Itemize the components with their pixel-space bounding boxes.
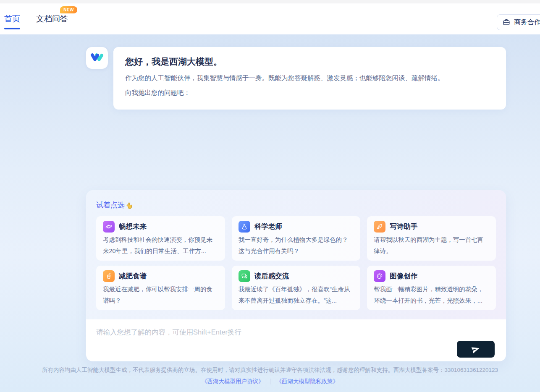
card-title: 减肥食谱 [119, 272, 147, 281]
tab-document-qa-label: 文档问答 [36, 14, 68, 23]
footer-links: 《西湖大模型用户协议》 《西湖大模型隐私政策》 [0, 378, 540, 385]
suggestion-card-image-creation[interactable]: 图像创作 帮我画一幅精彩图片，精致透明的花朵，环绕一本打开的书，光芒，光照效果，… [367, 266, 496, 310]
business-cooperation-button[interactable]: 商务合作 [497, 14, 540, 30]
card-desc: 请帮我以秋天的西湖为主题，写一首七言律诗。 [374, 234, 489, 257]
disclaimer-text: 所有内容均由人工智能大模型生成，不代表服务提供商的立场。在使用时，请对真实性进行… [0, 366, 540, 374]
composer [86, 319, 506, 361]
card-title: 畅想未来 [119, 222, 147, 231]
drink-cup-icon [103, 270, 115, 282]
tab-home-label: 首页 [4, 14, 20, 23]
suggestion-card-science-teacher[interactable]: 科学老师 我一直好奇，为什么植物大多是绿色的？这与光合作用有关吗？ [232, 216, 361, 261]
business-cooperation-label: 商务合作 [514, 18, 540, 27]
suggestion-grid: 畅想未来 考虑到科技和社会的快速演变，你预见未来20年里，我们的日常生活、工作方… [96, 216, 496, 310]
suggestions-heading: 试着点选 [96, 200, 496, 210]
suggestion-card-poetry[interactable]: 写诗助手 请帮我以秋天的西湖为主题，写一首七言律诗。 [367, 216, 496, 261]
message-input[interactable] [86, 319, 506, 343]
suggestion-card-book-review[interactable]: 读后感交流 我最近读了《百年孤独》，很喜欢“生命从来不曾离开过孤独而独立存在。”… [232, 266, 361, 310]
point-down-icon [126, 202, 133, 209]
card-title: 写诗助手 [390, 222, 417, 231]
card-head: 科学老师 [239, 221, 354, 233]
tab-home[interactable]: 首页 [4, 13, 20, 24]
suggestion-card-future[interactable]: 畅想未来 考虑到科技和社会的快速演变，你预见未来20年里，我们的日常生活、工作方… [96, 216, 225, 261]
header: 首页 文档问答 NEW 商务合作 [0, 3, 540, 34]
card-head: 写诗助手 [374, 221, 489, 233]
card-head: 畅想未来 [103, 221, 218, 233]
briefcase-icon [503, 18, 510, 26]
nav-tabs: 首页 文档问答 NEW [4, 13, 68, 24]
suggestions-area: 试着点选 [86, 190, 506, 319]
card-desc: 我最近在减肥，你可以帮我安排一周的食谱吗？ [103, 284, 218, 306]
links-separator [270, 379, 270, 384]
westlake-logo [86, 47, 108, 69]
top-strip [0, 0, 540, 3]
chat-bubbles-icon [239, 270, 250, 282]
palette-icon [374, 270, 385, 282]
card-title: 图像创作 [390, 272, 417, 281]
welcome-paragraph-1: 作为您的人工智能伙伴，我集智慧与情感于一身。既能为您答疑解惑、激发灵感；也能够陪… [125, 71, 494, 85]
card-title: 科学老师 [254, 222, 282, 231]
card-desc: 考虑到科技和社会的快速演变，你预见未来20年里，我们的日常生活、工作方... [103, 234, 218, 257]
flask-icon [239, 221, 250, 233]
suggestions-heading-label: 试着点选 [96, 200, 125, 210]
welcome-title: 您好，我是西湖大模型。 [125, 56, 494, 68]
card-head: 读后感交流 [239, 270, 354, 282]
suggestion-card-diet[interactable]: 减肥食谱 我最近在减肥，你可以帮我安排一周的食谱吗？ [96, 266, 225, 310]
card-head: 图像创作 [374, 270, 489, 282]
send-button[interactable] [457, 341, 495, 358]
card-desc: 帮我画一幅精彩图片，精致透明的花朵，环绕一本打开的书，光芒，光照效果，... [374, 284, 489, 306]
user-agreement-link[interactable]: 《西湖大模型用户协议》 [202, 378, 264, 385]
quill-icon [374, 221, 385, 233]
welcome-paragraph-2: 向我抛出您的问题吧： [125, 85, 494, 100]
main-background: 您好，我是西湖大模型。 作为您的人工智能伙伴，我集智慧与情感于一身。既能为您答疑… [0, 34, 540, 392]
new-badge: NEW [60, 6, 77, 13]
card-desc: 我最近读了《百年孤独》，很喜欢“生命从来不曾离开过孤独而独立存在。”这... [239, 284, 354, 306]
card-head: 减肥食谱 [103, 270, 218, 282]
paper-plane-icon [472, 345, 480, 353]
planet-icon [103, 221, 115, 233]
welcome-row: 您好，我是西湖大模型。 作为您的人工智能伙伴，我集智慧与情感于一身。既能为您答疑… [86, 47, 506, 110]
card-title: 读后感交流 [254, 272, 289, 281]
footer: 所有内容均由人工智能大模型生成，不代表服务提供商的立场。在使用时，请对真实性进行… [0, 366, 540, 385]
main-column: 您好，我是西湖大模型。 作为您的人工智能伙伴，我集智慧与情感于一身。既能为您答疑… [86, 47, 506, 361]
tab-document-qa[interactable]: 文档问答 NEW [36, 13, 68, 24]
suggestions-panel: 试着点选 [86, 190, 506, 361]
privacy-policy-link[interactable]: 《西湖大模型隐私政策》 [276, 378, 339, 385]
welcome-card: 您好，我是西湖大模型。 作为您的人工智能伙伴，我集智慧与情感于一身。既能为您答疑… [113, 47, 506, 110]
card-desc: 我一直好奇，为什么植物大多是绿色的？这与光合作用有关吗？ [239, 234, 354, 257]
